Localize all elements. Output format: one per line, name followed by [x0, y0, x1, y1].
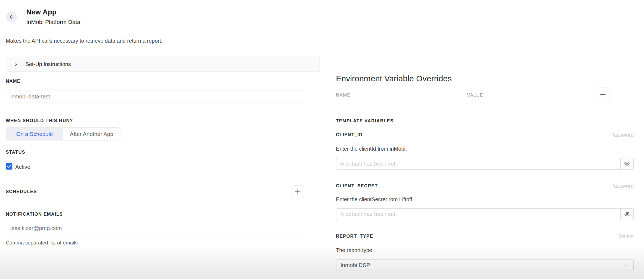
- segment-after-another-app[interactable]: After Another App: [63, 128, 120, 140]
- env-overrides-title: Environment Variable Overrides: [336, 74, 452, 83]
- segment-on-a-schedule[interactable]: On a Schedule: [6, 128, 63, 140]
- env-name-column-header: NAME: [336, 93, 350, 97]
- add-env-variable-button[interactable]: [596, 88, 609, 101]
- name-label: NAME: [6, 79, 20, 83]
- report-type-type-hint: Select: [336, 233, 634, 240]
- plus-icon: [599, 91, 606, 98]
- template-variables-label: TEMPLATE VARIABLES: [336, 119, 394, 123]
- page-title: New App: [26, 8, 57, 16]
- status-label: STATUS: [6, 150, 25, 154]
- active-checkbox-label: Active: [15, 164, 30, 170]
- emails-helper-text: Comma separated list of emails: [6, 240, 78, 246]
- run-when-segmented-control: On a Schedule After Another App: [6, 127, 120, 140]
- env-value-column-header: VALUE: [467, 93, 483, 97]
- setup-instructions-label: Set-Up Instructions: [26, 61, 71, 67]
- schedules-label: SCHEDULES: [6, 189, 37, 194]
- active-checkbox[interactable]: [6, 163, 12, 170]
- plus-icon: [294, 188, 301, 195]
- chevron-right-icon: [13, 62, 18, 67]
- client-id-input-group: [336, 158, 634, 170]
- setup-instructions-panel[interactable]: Set-Up Instructions: [6, 57, 320, 72]
- report-type-select[interactable]: Inmobi DSP: [336, 259, 634, 271]
- notification-emails-label: NOTIFICATION EMAILS: [6, 212, 63, 216]
- page-subtitle: InMobi Platform Data: [26, 18, 81, 25]
- eye-off-icon: [624, 160, 630, 167]
- client-id-input[interactable]: [336, 158, 620, 169]
- notification-emails-input[interactable]: [6, 222, 304, 234]
- report-type-select-value: Inmobi DSP: [340, 262, 624, 268]
- add-schedule-button[interactable]: [291, 185, 304, 198]
- chevron-down-icon: [623, 262, 629, 268]
- toggle-visibility-button[interactable]: [620, 209, 633, 220]
- client-secret-input[interactable]: [336, 209, 620, 220]
- client-secret-description: Enter the clientSecret rom Liftoff.: [336, 196, 414, 203]
- report-type-description: The report type: [336, 247, 372, 253]
- eye-off-icon: [624, 211, 630, 217]
- toggle-visibility-button[interactable]: [620, 158, 633, 169]
- app-description: Makes the API calls necessary to retriev…: [6, 38, 162, 44]
- run-when-label: WHEN SHOULD THIS RUN?: [6, 118, 73, 123]
- client-secret-input-group: [336, 208, 634, 220]
- check-icon: [7, 164, 11, 169]
- new-app-page: New App InMobi Platform Data Makes the A…: [0, 0, 644, 279]
- client-id-description: Enter the clientId from inMobi.: [336, 146, 407, 152]
- client-id-type-hint: Password: [336, 132, 634, 138]
- name-input[interactable]: [6, 90, 304, 103]
- arrow-left-icon: [8, 14, 15, 20]
- back-button[interactable]: [6, 11, 17, 22]
- client-secret-type-hint: Password: [336, 183, 634, 189]
